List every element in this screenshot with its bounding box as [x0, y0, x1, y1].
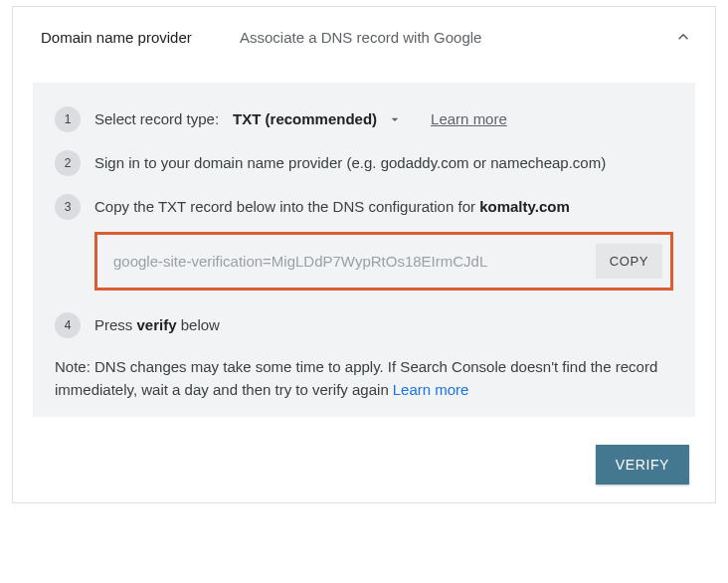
txt-record-row: google-site-verification=MigLDdP7WypRtOs…	[94, 232, 673, 291]
steps-container: 1 Select record type: TXT (recommended) …	[33, 83, 695, 417]
txt-record-value[interactable]: google-site-verification=MigLDdP7WypRtOs…	[105, 243, 596, 280]
panel-header[interactable]: Domain name provider Associate a DNS rec…	[13, 7, 715, 57]
header-title: Domain name provider	[41, 29, 240, 46]
step-1: 1 Select record type: TXT (recommended) …	[55, 106, 673, 132]
note-body: Note: DNS changes may take some time to …	[55, 358, 657, 398]
step-3: 3 Copy the TXT record below into the DNS…	[55, 194, 673, 220]
dns-verification-panel: Domain name provider Associate a DNS rec…	[12, 6, 716, 503]
record-type-value[interactable]: TXT (recommended)	[233, 108, 377, 130]
note-text: Note: DNS changes may take some time to …	[55, 356, 673, 401]
domain-name: komalty.com	[479, 198, 570, 215]
step4-bold: verify	[137, 316, 177, 333]
step4-text-a: Press	[94, 316, 137, 333]
dropdown-icon[interactable]	[387, 111, 403, 127]
step-2: 2 Sign in to your domain name provider (…	[55, 150, 673, 176]
step-number: 3	[55, 194, 81, 220]
record-type-label: Select record type:	[94, 108, 219, 130]
step-text: Copy the TXT record below into the DNS c…	[94, 194, 673, 218]
step-text: Sign in to your domain name provider (e.…	[94, 150, 673, 174]
header-subtitle: Associate a DNS record with Google	[240, 29, 671, 46]
step-number: 4	[55, 312, 81, 338]
verify-button[interactable]: VERIFY	[596, 445, 689, 485]
footer: VERIFY	[13, 427, 715, 502]
learn-more-link[interactable]: Learn more	[431, 108, 507, 130]
note-learn-more-link[interactable]: Learn more	[393, 381, 469, 398]
step-4: 4 Press verify below	[55, 312, 673, 338]
step3-text: Copy the TXT record below into the DNS c…	[94, 198, 479, 215]
step4-text-b: below	[177, 316, 220, 333]
step-number: 1	[55, 106, 81, 132]
step-text: Press verify below	[94, 312, 673, 336]
step-number: 2	[55, 150, 81, 176]
chevron-up-icon[interactable]	[671, 25, 695, 49]
copy-button[interactable]: COPY	[596, 244, 662, 279]
